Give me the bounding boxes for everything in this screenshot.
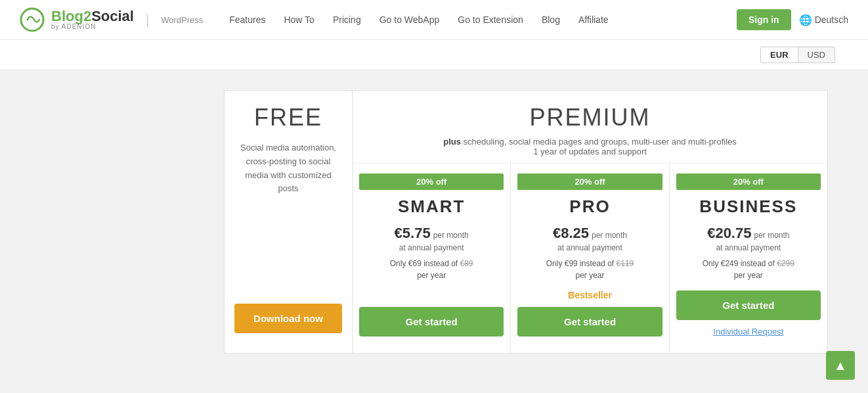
pricing-section: FREE Social media automation, cross-post… [0,70,868,393]
business-plan-column: 20% off BUSINESS €20.75 per month at ann… [670,164,827,353]
pro-get-started-button[interactable]: Get started [517,307,662,336]
header: Blog2Social by ADENION | WordPress Featu… [0,0,868,40]
smart-savings: Only €69 instead of €89 [390,259,473,268]
lang-label: Deutsch [815,14,848,25]
premium-description: plus scheduling, social media pages and … [366,137,814,156]
currency-group: EUR USD [760,47,835,63]
smart-annual: at annual payment [399,243,464,252]
pro-per-month: per month [592,231,627,240]
business-price-row: €20.75 per month [707,225,789,242]
currency-eur[interactable]: EUR [761,47,798,62]
business-annual: at annual payment [716,243,781,252]
business-per-month: per month [754,231,789,240]
pro-savings: Only €99 instead of €119 [546,259,634,268]
logo-divider: | [146,12,149,28]
empty-column [40,90,224,354]
logo-by: by ADENION [51,24,134,30]
nav-blog[interactable]: Blog [542,14,560,25]
business-plan-name: BUSINESS [699,196,797,217]
pro-plan-name: PRO [569,196,610,217]
nav-webapp[interactable]: Go to WebApp [380,14,440,25]
nav-features[interactable]: Features [229,14,265,25]
free-plan-column: FREE Social media automation, cross-post… [224,90,352,354]
free-description: Social media automation, cross-posting t… [234,141,342,196]
nav-extension[interactable]: Go to Extension [458,14,523,25]
smart-get-started-button[interactable]: Get started [359,307,504,336]
signin-button[interactable]: Sign in [737,9,791,30]
business-per-year: per year [734,271,763,280]
smart-plan-name: SMART [398,196,465,217]
premium-title: PREMIUM [366,104,814,131]
smart-price-row: €5.75 per month [395,225,469,242]
pro-per-year: per year [575,271,604,280]
download-now-button[interactable]: Download now [234,304,342,333]
logo-icon [20,7,45,32]
premium-desc-support: 1 year of updates and support [533,147,647,156]
premium-desc-main: scheduling, social media pages and group… [464,137,737,147]
pro-price-row: €8.25 per month [553,225,627,242]
business-discount-badge: 20% off [676,173,821,190]
pro-annual: at annual payment [557,243,622,252]
premium-header: PREMIUM plus scheduling, social media pa… [353,91,827,164]
pro-price: €8.25 [553,225,589,242]
smart-price: €5.75 [395,225,431,242]
smart-plan-column: 20% off SMART €5.75 per month at annual … [353,164,511,353]
logo-area: Blog2Social by ADENION | WordPress [20,7,203,32]
smart-discount-badge: 20% off [359,173,504,190]
pricing-grid: FREE Social media automation, cross-post… [40,90,828,354]
pro-bestseller: Bestseller [568,290,612,300]
business-price: €20.75 [707,225,751,242]
nav-affiliate[interactable]: Affiliate [578,14,609,25]
nav-pricing[interactable]: Pricing [333,14,361,25]
business-savings: Only €249 instead of €299 [703,259,794,268]
header-right: Sign in 🌐 Deutsch [737,9,848,30]
individual-request-button[interactable]: Individual Request [713,327,783,336]
premium-area: PREMIUM plus scheduling, social media pa… [352,90,828,354]
premium-plans: 20% off SMART €5.75 per month at annual … [353,164,827,353]
nav-howto[interactable]: How To [284,14,314,25]
business-get-started-button[interactable]: Get started [676,290,821,320]
logo-text: Blog2Social by ADENION [51,9,134,30]
main-nav: Features How To Pricing Go to WebApp Go … [229,14,737,25]
scroll-to-top-button[interactable]: ▲ [826,351,855,380]
currency-bar: EUR USD [0,40,868,70]
smart-per-year: per year [417,271,446,280]
smart-per-month: per month [433,231,469,240]
premium-desc-pre: plus [443,137,461,147]
logo-name: Blog2Social [51,9,134,24]
free-title: FREE [254,104,322,131]
logo-wordpress: WordPress [161,15,203,25]
globe-icon: 🌐 [799,14,812,26]
pro-plan-column: 20% off PRO €8.25 per month at annual pa… [511,164,669,353]
language-button[interactable]: 🌐 Deutsch [799,14,848,26]
pro-discount-badge: 20% off [517,173,662,190]
currency-usd[interactable]: USD [798,47,835,62]
